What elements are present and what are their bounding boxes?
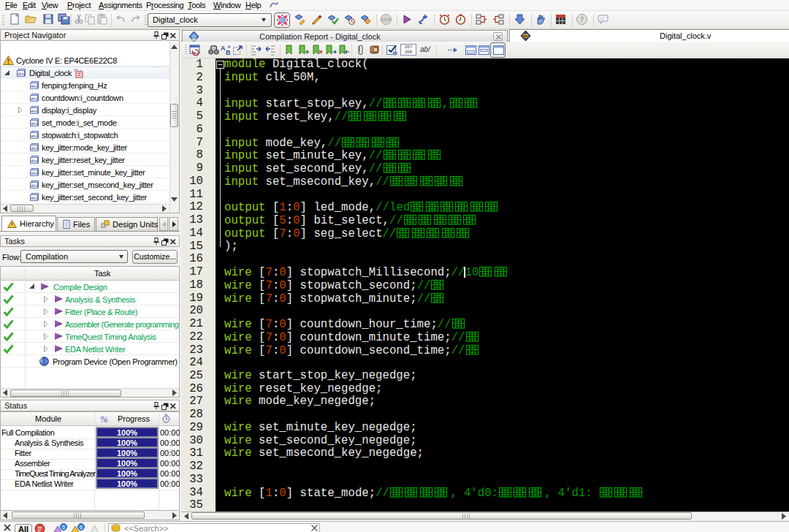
svg-text:?: ? — [580, 15, 584, 23]
svg-text:abc: abc — [31, 134, 38, 138]
svg-text:5: 5 — [62, 525, 65, 530]
svg-text:abc: abc — [31, 121, 38, 126]
svg-text:abc: abc — [31, 84, 38, 88]
svg-text:A: A — [221, 45, 226, 52]
svg-text:abc: abc — [18, 72, 25, 76]
svg-text:STOP: STOP — [381, 18, 392, 22]
svg-text:abc: abc — [31, 183, 38, 188]
svg-text:abc: abc — [522, 34, 529, 38]
svg-text:B: B — [226, 49, 231, 56]
svg-text:abc: abc — [31, 171, 38, 175]
svg-text:abc: abc — [31, 196, 38, 200]
svg-text:abc: abc — [31, 146, 38, 151]
svg-text:abc: abc — [31, 109, 38, 113]
svg-text:abc: abc — [31, 159, 38, 163]
svg-text:6: 6 — [80, 525, 83, 530]
svg-text:abc: abc — [31, 96, 38, 101]
